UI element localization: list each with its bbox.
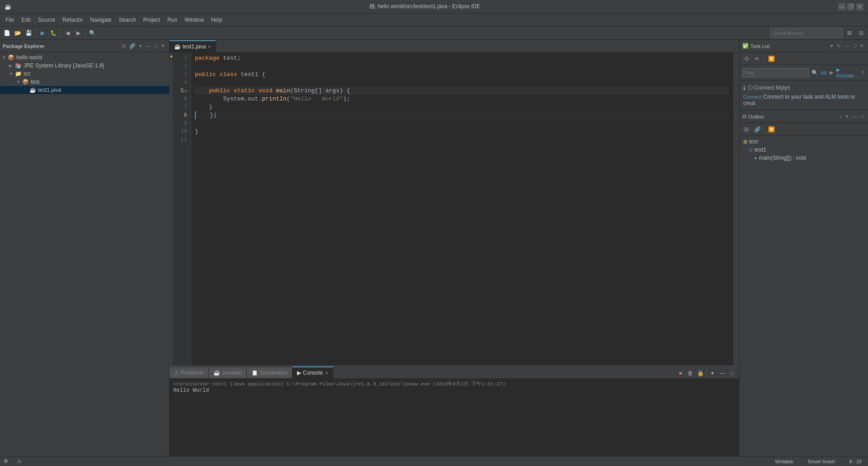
status-bar: ⚙ ⚠ Writable Smart Insert 8 : 10 [0, 456, 868, 466]
task-list-sync-icon[interactable]: ↻ [835, 42, 842, 50]
tree-item-test1java[interactable]: ☕ test1.java [0, 86, 169, 94]
new-button[interactable]: 📄 [2, 28, 12, 38]
outline-item-test1-class[interactable]: ⊙ test1 [741, 146, 866, 154]
tab-console[interactable]: ▶ Console ✕ [292, 366, 333, 378]
restore-button[interactable]: ❐ [847, 3, 854, 10]
cursor-position: 8 : 10 [846, 459, 864, 464]
next-button[interactable]: ▶ [73, 28, 83, 38]
tree-arrow-test1java [24, 88, 28, 92]
prev-button[interactable]: ◀ [62, 28, 72, 38]
menu-help[interactable]: Help [208, 15, 226, 25]
outline-item-main-method[interactable]: ● main(String[]) : void [741, 154, 866, 162]
task-list-close-icon[interactable]: ✕ [859, 42, 865, 50]
collapse-all-icon[interactable]: ⊟ [120, 42, 127, 50]
code-editor[interactable]: 1 2 3 4 5⚠ 6 7 8 9 10 11 package test; p… [173, 52, 739, 366]
open-perspective-button[interactable]: ⊟ [856, 28, 866, 38]
menu-project[interactable]: Project [140, 15, 164, 25]
task-list-title: Task List [750, 43, 770, 49]
menu-window[interactable]: Window [181, 15, 208, 25]
outline-collapse-button[interactable]: ⊟ [741, 124, 751, 134]
help-icon[interactable]: ? [860, 69, 865, 76]
minimize-console-button[interactable]: — [717, 368, 727, 378]
maximize-panel-icon[interactable]: □ [153, 42, 159, 50]
maximize-console-button[interactable]: □ [727, 368, 737, 378]
activate-label[interactable]: ▶ Activate... [836, 67, 858, 78]
outline-minimize-icon[interactable]: — [851, 113, 859, 120]
expand-icon[interactable]: ▶ [828, 69, 835, 76]
bottom-tabs: ⚠ Problems ☕ Javadoc 📋 Declaration ▶ Con… [170, 366, 739, 379]
src-icon: 📁 [15, 71, 22, 77]
close-panel-icon[interactable]: ✕ [160, 42, 166, 50]
menu-refactor[interactable]: Refactor [59, 15, 86, 25]
outline-section: ⊟ Outline ↕ ▾ — □ ⊟ 🔗 🔽 ⊞ test [740, 110, 868, 456]
menu-edit[interactable]: Edit [18, 15, 34, 25]
close-button[interactable]: ✕ [856, 3, 863, 10]
filter-button[interactable]: 🔽 [766, 54, 776, 64]
mylyn-title: ℹ ⓘ Connect Mylyn [743, 84, 864, 92]
task-list-maximize-icon[interactable]: □ [852, 42, 858, 50]
all-label[interactable]: All [821, 70, 826, 76]
link-editor-icon[interactable]: 🔗 [128, 42, 137, 50]
tab-problems[interactable]: ⚠ Problems [170, 366, 209, 378]
minimize-panel-icon[interactable]: — [144, 42, 152, 50]
tab-declaration[interactable]: 📋 Declaration [247, 366, 292, 378]
open-button[interactable]: 📂 [13, 28, 23, 38]
tree-item-helloworld[interactable]: ▼ 📦 hello world [0, 53, 169, 62]
menu-search[interactable]: Search [115, 15, 140, 25]
main-toolbar: 📄 📂 💾 ▶ 🐛 ◀ ▶ 🔍 ⊞ ⊟ [0, 26, 868, 40]
panel-menu-icon[interactable]: ▾ [138, 42, 143, 50]
tree-item-src[interactable]: ▼ 📁 src [0, 70, 169, 78]
tab-close-icon[interactable]: ✕ [208, 44, 211, 49]
search-toolbar-button[interactable]: 🔍 [87, 28, 97, 38]
new-task-button[interactable]: ➕ [741, 54, 751, 64]
edit-task-button[interactable]: ✏ [752, 54, 762, 64]
find-search-icon[interactable]: 🔍 [811, 68, 819, 78]
quick-access-input[interactable] [770, 28, 843, 38]
find-area: 🔍 All ▶ ▶ Activate... ? [740, 65, 868, 81]
menu-source[interactable]: Source [34, 15, 59, 25]
outline-icon-header: ⊟ [742, 114, 746, 119]
console-menu-button[interactable]: ▾ [708, 368, 717, 378]
find-input[interactable] [742, 68, 809, 77]
terminate-button[interactable]: ■ [675, 368, 685, 378]
task-list-minimize-icon[interactable]: — [843, 42, 851, 50]
tree-label-jre: JRE System Library [JavaSE-1.8] [24, 62, 104, 69]
outline-sort-icon[interactable]: ↕ [839, 113, 844, 120]
warning-marker-5 [170, 56, 172, 57]
menu-run[interactable]: Run [164, 15, 181, 25]
clear-console-button[interactable]: 🗑 [685, 368, 695, 378]
tab-javadoc[interactable]: ☕ Javadoc [209, 366, 247, 378]
minimize-button[interactable]: — [838, 3, 845, 10]
tree-item-test[interactable]: ▼ 📦 test [0, 78, 169, 86]
connect-link[interactable]: Connect [743, 94, 762, 100]
status-right: Writable Smart Insert 8 : 10 [772, 459, 864, 464]
run-button[interactable]: ▶ [38, 28, 47, 38]
console-tab-close-icon[interactable]: ✕ [325, 371, 328, 376]
mylyn-description: Connect Connect to your task and ALM too… [743, 94, 864, 106]
outline-maximize-icon[interactable]: □ [859, 113, 865, 120]
line-num-1: 1 [173, 54, 187, 62]
outline-menu-icon[interactable]: ▾ [844, 113, 850, 120]
code-line-1: package test; [195, 54, 729, 62]
panel-icons: ⊟ 🔗 ▾ — □ ✕ [120, 42, 166, 50]
marker-5 [170, 56, 173, 64]
task-list-menu-icon[interactable]: ▾ [829, 42, 835, 50]
problems-icon: ⚠ [174, 370, 179, 376]
perspectives-button[interactable]: ⊞ [844, 28, 854, 38]
menu-navigate[interactable]: Navigate [86, 15, 115, 25]
outline-filter-button[interactable]: 🔽 [766, 124, 776, 134]
task-list-header: ✅ Task List ▾ ↻ — □ ✕ [740, 40, 868, 52]
outline-item-test-pkg[interactable]: ⊞ test [741, 138, 866, 146]
debug-button[interactable]: 🐛 [48, 28, 58, 38]
toolbar-separator-3 [85, 29, 85, 38]
toolbar-separator-1 [35, 29, 36, 38]
editor-tab-test1java[interactable]: ☕ test1.java ✕ [170, 40, 216, 52]
tree-item-jre[interactable]: ▶ 📚 JRE System Library [JavaSE-1.8] [0, 62, 169, 70]
editor-scrollbar[interactable] [733, 52, 739, 366]
menu-file[interactable]: File [2, 15, 18, 25]
save-button[interactable]: 💾 [24, 28, 33, 38]
code-content[interactable]: package test; public class test1 { publi… [191, 52, 733, 366]
scroll-lock-button[interactable]: 🔒 [695, 368, 705, 378]
outline-link-button[interactable]: 🔗 [752, 124, 762, 134]
package-tree: ▼ 📦 hello world ▶ 📚 JRE System Library [… [0, 52, 169, 456]
